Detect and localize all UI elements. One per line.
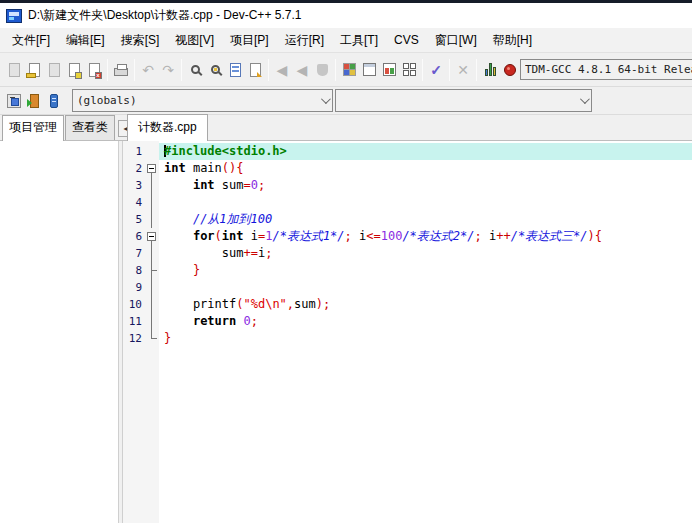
line-number: 3 [123,177,145,194]
code-text[interactable]: sum+=i; [159,245,692,262]
code-line[interactable]: 4 [123,194,692,211]
save-button[interactable] [44,57,64,83]
fold-margin [145,177,159,194]
class-browser-button[interactable] [44,88,64,114]
menu-item[interactable]: 工具[T] [332,29,386,52]
code-line[interactable]: 1#include<stdio.h> [123,143,692,160]
incremental-search-button[interactable] [245,57,265,83]
project-options-button[interactable] [379,57,399,83]
new-window-button[interactable] [359,57,379,83]
undo-button[interactable]: ↶ [138,57,158,83]
menu-item[interactable]: 编辑[E] [58,29,113,52]
redo-button[interactable]: ↷ [158,57,178,83]
menu-item[interactable]: 项目[P] [222,29,277,52]
menu-item[interactable]: 视图[V] [167,29,222,52]
profiling-off-icon [504,64,516,76]
code-editor[interactable]: 1#include<stdio.h>2int main(){3 int sum=… [123,141,692,523]
editor-tab[interactable]: 计数器.cpp [127,114,208,141]
code-area[interactable]: 1#include<stdio.h>2int main(){3 int sum=… [123,143,692,347]
project-browser-panel[interactable] [0,141,119,523]
bookmark-button[interactable] [312,57,332,83]
compile-check-icon: ✓ [430,63,442,77]
code-text[interactable]: printf("%d\n",sum); [159,296,692,313]
window-layout-button[interactable] [399,57,419,83]
back-button[interactable]: ◀ [272,57,292,83]
globals-select-value: (globals) [77,94,317,107]
fold-margin [145,313,159,330]
code-text[interactable]: } [159,262,692,279]
code-line[interactable]: 8 } [123,262,692,279]
find-button[interactable] [185,57,205,83]
open-file-button[interactable] [24,57,44,83]
code-text[interactable]: #include<stdio.h> [159,143,692,160]
code-line[interactable]: 2int main(){ [123,160,692,177]
save-all-button[interactable] [64,57,84,83]
close-file-button[interactable]: x [84,57,104,83]
menu-item[interactable]: CVS [386,30,427,50]
line-number: 11 [123,313,145,330]
forward-button[interactable]: ◀ [292,57,312,83]
new-window-icon [363,63,376,76]
line-number: 6 [123,228,145,245]
print-button[interactable] [111,57,131,83]
toolbar-separator [181,59,182,81]
left-tab-project[interactable]: 项目管理 [2,115,64,141]
code-line[interactable]: 9 [123,279,692,296]
toolbar-separator [268,59,269,81]
menu-item[interactable]: 运行[R] [277,29,332,52]
code-line[interactable]: 12} [123,330,692,347]
code-line[interactable]: 3 int sum=0; [123,177,692,194]
code-line[interactable]: 5 //从1加到100 [123,211,692,228]
line-number: 8 [123,262,145,279]
code-text[interactable]: int main(){ [159,160,692,177]
fold-margin [145,211,159,228]
profile-button[interactable] [480,57,500,83]
close-file-icon: x [89,63,100,77]
profiling-off-button[interactable] [500,57,520,83]
code-line[interactable]: 10 printf("%d\n",sum); [123,296,692,313]
members-select[interactable] [335,89,592,112]
code-text[interactable]: return 0; [159,313,692,330]
replace-button[interactable] [205,57,225,83]
code-text[interactable] [159,279,692,296]
title-bar[interactable]: D:\新建文件夹\Desktop\计数器.cpp - Dev-C++ 5.7.1 [0,3,692,28]
compiler-select-value: TDM-GCC 4.8.1 64-bit Release [525,63,692,76]
new-file-button[interactable] [4,57,24,83]
fold-margin [145,279,159,296]
dev-cpp-window: D:\新建文件夹\Desktop\计数器.cpp - Dev-C++ 5.7.1… [0,0,692,523]
redo-icon: ↷ [162,63,174,77]
left-tab-classes[interactable]: 查看类 [65,115,115,140]
goto-line-button[interactable] [225,57,245,83]
new-project-button[interactable] [339,57,359,83]
menu-item[interactable]: 窗口[W] [427,29,485,52]
code-text[interactable] [159,194,692,211]
line-number: 9 [123,279,145,296]
goto-implementation-button[interactable] [24,88,44,114]
abort-button[interactable]: ✕ [453,57,473,83]
code-line[interactable]: 7 sum+=i; [123,245,692,262]
print-icon [114,68,128,76]
save-icon [49,63,60,77]
forward-icon: ◀ [297,63,308,77]
code-text[interactable]: } [159,330,692,347]
compile-button[interactable]: ✓ [426,57,446,83]
menu-item[interactable]: 帮助[H] [485,29,540,52]
code-text[interactable]: for(int i=1/*表达式1*/; i<=100/*表达式2*/; i++… [159,228,692,245]
goto-declaration-button[interactable] [4,88,24,114]
code-line[interactable]: 11 return 0; [123,313,692,330]
fold-margin [145,143,159,160]
undo-icon: ↶ [142,63,154,77]
globals-select[interactable]: (globals) [72,89,333,112]
line-number: 12 [123,330,145,347]
menu-item[interactable]: 文件[F] [4,29,58,52]
window-layout-icon [403,63,416,76]
menu-item[interactable]: 搜索[S] [113,29,168,52]
code-text[interactable]: //从1加到100 [159,211,692,228]
code-text[interactable]: int sum=0; [159,177,692,194]
fold-margin [145,330,159,347]
fold-toggle-icon[interactable] [145,228,159,245]
toolbar-separator [449,59,450,81]
code-line[interactable]: 6 for(int i=1/*表达式1*/; i<=100/*表达式2*/; i… [123,228,692,245]
compiler-select[interactable]: TDM-GCC 4.8.1 64-bit Release [520,59,692,80]
fold-toggle-icon[interactable] [145,160,159,177]
